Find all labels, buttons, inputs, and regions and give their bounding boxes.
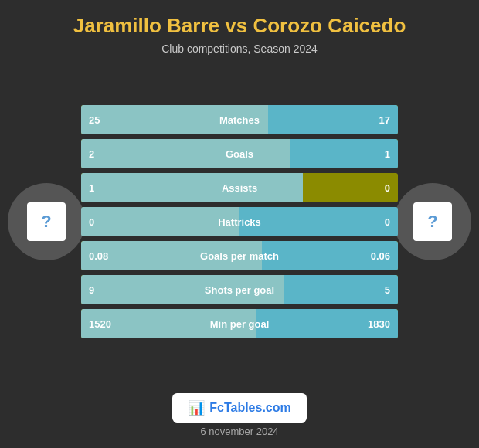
stat-row: 0.08Goals per match0.06: [81, 241, 398, 270]
comparison-area: ? 25Matches172Goals11Assists00Hattricks0…: [0, 61, 479, 375]
stat-value-right: 0: [385, 216, 390, 228]
stat-value-left: 2: [89, 148, 94, 160]
logo-text: FcTables.com: [209, 401, 291, 415]
stat-value-right: 17: [379, 114, 390, 126]
main-title: Jaramillo Barre vs Corozo Caicedo: [15, 14, 464, 38]
date-text: 6 november 2024: [200, 426, 278, 437]
player-left-avatar: ?: [8, 183, 85, 260]
stat-label: Shots per goal: [205, 284, 274, 296]
stat-row: 1Assists0: [81, 173, 398, 202]
header: Jaramillo Barre vs Corozo Caicedo Club c…: [0, 0, 479, 61]
stat-value-left: 0: [89, 216, 94, 228]
stats-container: 25Matches172Goals11Assists00Hattricks00.…: [77, 105, 402, 338]
stat-row: 1520Min per goal1830: [81, 309, 398, 338]
stat-row: 25Matches17: [81, 105, 398, 134]
stat-value-right: 0.06: [371, 250, 390, 262]
stat-label: Hattricks: [218, 216, 261, 228]
stat-value-right: 0: [385, 182, 390, 194]
stat-value-right: 1830: [368, 318, 390, 330]
stat-label: Goals: [226, 148, 253, 160]
stat-value-right: 1: [385, 148, 390, 160]
subtitle: Club competitions, Season 2024: [15, 42, 464, 55]
stat-label: Assists: [222, 182, 257, 194]
stat-row: 2Goals1: [81, 139, 398, 168]
stat-label: Goals per match: [200, 250, 279, 262]
stat-value-left: 25: [89, 114, 100, 126]
footer-logo: 📊 FcTables.com: [172, 393, 307, 423]
stat-value-left: 1520: [89, 318, 111, 330]
player-right-avatar: ?: [394, 183, 471, 260]
chart-icon: 📊: [188, 399, 205, 416]
stat-label: Matches: [219, 114, 260, 126]
stat-value-right: 5: [385, 284, 390, 296]
stat-label: Min per goal: [210, 318, 270, 330]
stat-row: 9Shots per goal5: [81, 275, 398, 304]
player-left-image: ?: [27, 202, 66, 241]
player-right-image: ?: [413, 202, 452, 241]
stat-value-left: 9: [89, 284, 94, 296]
stat-row: 0Hattricks0: [81, 207, 398, 236]
stat-value-left: 0.08: [89, 250, 108, 262]
stat-value-left: 1: [89, 182, 94, 194]
